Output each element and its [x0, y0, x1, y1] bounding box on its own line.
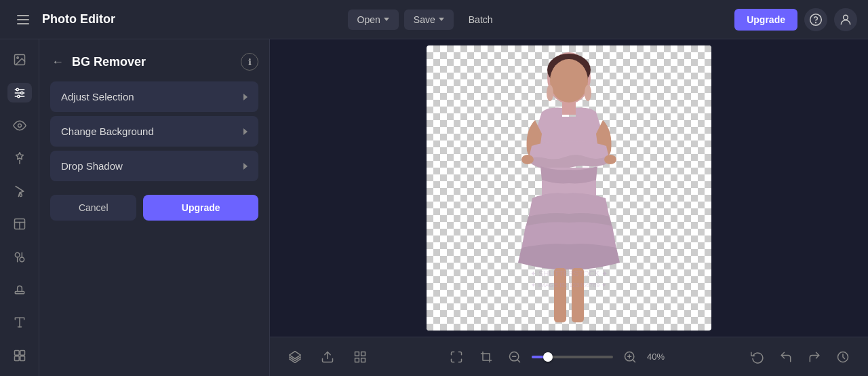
zoom-in-button[interactable] — [620, 347, 640, 367]
upgrade-button[interactable]: Upgrade — [734, 9, 797, 31]
svg-text:✦ SHUTTERSTOCK ✦: ✦ SHUTTERSTOCK ✦ — [530, 269, 608, 278]
svg-text:✦ IMAGE ID: 123456789 ✦: ✦ IMAGE ID: 123456789 ✦ — [531, 282, 607, 288]
layers-icon — [288, 350, 302, 364]
canvas-area: ✦ SHUTTERSTOCK ✦ ✦ IMAGE ID: 123456789 ✦ — [270, 39, 868, 376]
magic-icon — [13, 151, 26, 165]
text-icon — [13, 316, 26, 329]
bg-remover-panel: ← BG Remover ℹ Adjust Selection Change B… — [39, 39, 270, 376]
sidebar-item-objects[interactable] — [7, 247, 32, 266]
zoom-slider[interactable] — [532, 356, 613, 358]
svg-point-0 — [810, 14, 822, 25]
grid-icon — [353, 350, 367, 364]
fit-icon — [450, 350, 463, 364]
image-container: ✦ SHUTTERSTOCK ✦ ✦ IMAGE ID: 123456789 ✦ — [427, 45, 711, 331]
cancel-button[interactable]: Cancel — [50, 195, 136, 221]
redo-button[interactable] — [803, 345, 826, 369]
account-icon — [839, 13, 852, 26]
save-button[interactable]: Save — [404, 10, 454, 30]
svg-point-17 — [20, 257, 24, 262]
drop-shadow-chevron-icon — [243, 163, 248, 170]
image-icon — [13, 53, 26, 67]
svg-point-2 — [844, 15, 848, 20]
svg-rect-42 — [361, 352, 366, 356]
account-button[interactable] — [834, 8, 857, 31]
svg-point-4 — [16, 57, 18, 59]
undo-icon — [779, 350, 793, 364]
paint-icon — [13, 185, 26, 198]
open-chevron-icon — [384, 18, 389, 21]
change-background-item[interactable]: Change Background — [50, 116, 258, 147]
svg-line-49 — [633, 359, 635, 362]
undo-refresh-button[interactable] — [746, 345, 769, 369]
header-right: Upgrade — [734, 8, 857, 31]
svg-rect-23 — [14, 356, 19, 361]
undo-refresh-icon — [751, 350, 764, 364]
panel-header: ← BG Remover ℹ — [50, 53, 258, 71]
batch-button[interactable]: Batch — [459, 10, 502, 30]
info-button[interactable]: ℹ — [241, 53, 258, 71]
info-icon: ℹ — [248, 57, 252, 67]
zoom-level-display: 40% — [647, 352, 673, 362]
sidebar-item-filter[interactable] — [7, 116, 32, 135]
template-icon — [13, 349, 26, 362]
svg-point-16 — [15, 252, 20, 257]
export-button[interactable] — [316, 345, 339, 369]
sidebar-item-layout[interactable] — [7, 214, 32, 233]
panel-upgrade-button[interactable]: Upgrade — [143, 195, 258, 221]
sidebar-item-image[interactable] — [7, 50, 32, 69]
history-icon — [836, 350, 850, 364]
sidebar-icons — [0, 39, 39, 376]
svg-point-31 — [585, 85, 591, 101]
drop-shadow-item[interactable]: Drop Shadow — [50, 151, 258, 181]
zoom-out-icon — [508, 350, 521, 364]
adjust-selection-item[interactable]: Adjust Selection — [50, 81, 258, 112]
bottom-toolbar: 40% — [270, 337, 868, 376]
svg-rect-43 — [355, 358, 359, 362]
toolbar-left — [283, 345, 372, 369]
svg-point-35 — [521, 155, 534, 164]
layers-button[interactable] — [283, 345, 307, 369]
open-button[interactable]: Open — [348, 10, 399, 30]
zoom-in-icon — [623, 350, 637, 364]
svg-point-9 — [20, 92, 22, 94]
sidebar-item-retouch[interactable] — [7, 182, 32, 201]
sidebar-item-effects[interactable] — [7, 149, 32, 168]
header-left: Photo Editor — [11, 7, 115, 32]
svg-point-36 — [604, 155, 616, 164]
svg-point-10 — [17, 95, 19, 97]
svg-point-8 — [16, 88, 18, 90]
sidebar-item-stamp[interactable] — [7, 280, 32, 299]
export-icon — [321, 350, 334, 364]
toolbar-right — [746, 345, 854, 369]
svg-rect-41 — [355, 352, 359, 356]
canvas-content: ✦ SHUTTERSTOCK ✦ ✦ IMAGE ID: 123456789 ✦ — [270, 39, 868, 337]
woman-svg: ✦ SHUTTERSTOCK ✦ ✦ IMAGE ID: 123456789 ✦ — [454, 45, 684, 331]
panel-actions: Cancel Upgrade — [50, 195, 258, 221]
svg-rect-22 — [20, 350, 24, 355]
fit-button[interactable] — [445, 345, 468, 369]
save-chevron-icon — [439, 18, 444, 21]
main-layout: ← BG Remover ℹ Adjust Selection Change B… — [0, 39, 868, 376]
help-icon — [809, 13, 823, 26]
svg-rect-18 — [15, 292, 24, 294]
svg-point-11 — [18, 124, 21, 128]
menu-icon — [17, 15, 29, 24]
sidebar-item-adjustments[interactable] — [7, 83, 32, 102]
app-title: Photo Editor — [42, 12, 115, 26]
layout-icon — [13, 217, 26, 231]
panel-menu-list: Adjust Selection Change Background Drop … — [50, 81, 258, 181]
sidebar-item-text[interactable] — [7, 313, 32, 332]
menu-button[interactable] — [11, 7, 35, 32]
history-button[interactable] — [831, 345, 854, 369]
zoom-out-button[interactable] — [505, 347, 525, 367]
back-button[interactable]: ← — [50, 54, 65, 71]
help-button[interactable] — [804, 8, 827, 31]
zoom-slider-thumb[interactable] — [543, 352, 553, 362]
crop-button[interactable] — [475, 345, 498, 369]
panel-title: BG Remover — [72, 55, 234, 69]
undo-button[interactable] — [774, 345, 797, 369]
sidebar-item-templates[interactable] — [7, 346, 32, 365]
eye-icon — [13, 119, 26, 132]
grid-button[interactable] — [349, 345, 372, 369]
svg-rect-24 — [20, 356, 24, 361]
